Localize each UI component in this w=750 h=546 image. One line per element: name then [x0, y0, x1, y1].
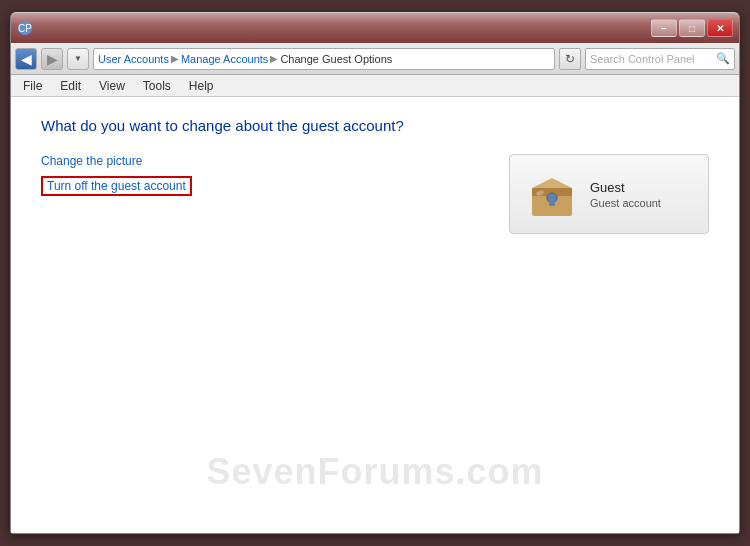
svg-text:CP: CP [18, 23, 32, 34]
main-window: CP − □ ✕ ◀ ▶ ▼ User Accounts ▶ Manage Ac… [10, 12, 740, 534]
breadcrumb-manage-accounts[interactable]: Manage Accounts [181, 53, 268, 65]
change-picture-link[interactable]: Change the picture [41, 154, 489, 168]
breadcrumb-sep-1: ▶ [171, 53, 179, 64]
close-button[interactable]: ✕ [707, 19, 733, 37]
left-panel: Change the picture Turn off the guest ac… [41, 154, 489, 234]
breadcrumb-sep-2: ▶ [270, 53, 278, 64]
main-content: What do you want to change about the gue… [11, 97, 739, 533]
dropdown-button[interactable]: ▼ [67, 48, 89, 70]
menu-view[interactable]: View [91, 77, 133, 95]
account-info: Guest Guest account [590, 180, 661, 209]
title-bar: CP − □ ✕ [11, 13, 739, 43]
breadcrumb-user-accounts[interactable]: User Accounts [98, 53, 169, 65]
title-bar-buttons: − □ ✕ [651, 19, 733, 37]
watermark: SevenForums.com [11, 451, 739, 493]
account-type: Guest account [590, 197, 661, 209]
turn-off-button[interactable]: Turn off the guest account [41, 176, 192, 196]
window-icon: CP [17, 20, 33, 36]
back-button[interactable]: ◀ [15, 48, 37, 70]
breadcrumb-current: Change Guest Options [280, 53, 392, 65]
search-icon: 🔍 [716, 52, 730, 65]
page-title: What do you want to change about the gue… [41, 117, 709, 134]
refresh-button[interactable]: ↻ [559, 48, 581, 70]
svg-marker-4 [532, 178, 572, 188]
address-bar: ◀ ▶ ▼ User Accounts ▶ Manage Accounts ▶ … [11, 43, 739, 75]
menu-edit[interactable]: Edit [52, 77, 89, 95]
account-name: Guest [590, 180, 661, 195]
svg-rect-6 [549, 201, 555, 206]
search-placeholder: Search Control Panel [590, 53, 695, 65]
title-bar-left: CP [17, 20, 33, 36]
account-card: Guest Guest account [509, 154, 709, 234]
content-area: Change the picture Turn off the guest ac… [41, 154, 709, 234]
breadcrumb-bar: User Accounts ▶ Manage Accounts ▶ Change… [93, 48, 555, 70]
maximize-button[interactable]: □ [679, 19, 705, 37]
menu-bar: File Edit View Tools Help [11, 75, 739, 97]
menu-file[interactable]: File [15, 77, 50, 95]
minimize-button[interactable]: − [651, 19, 677, 37]
guest-avatar [526, 168, 578, 220]
forward-button[interactable]: ▶ [41, 48, 63, 70]
search-bar[interactable]: Search Control Panel 🔍 [585, 48, 735, 70]
menu-help[interactable]: Help [181, 77, 222, 95]
menu-tools[interactable]: Tools [135, 77, 179, 95]
